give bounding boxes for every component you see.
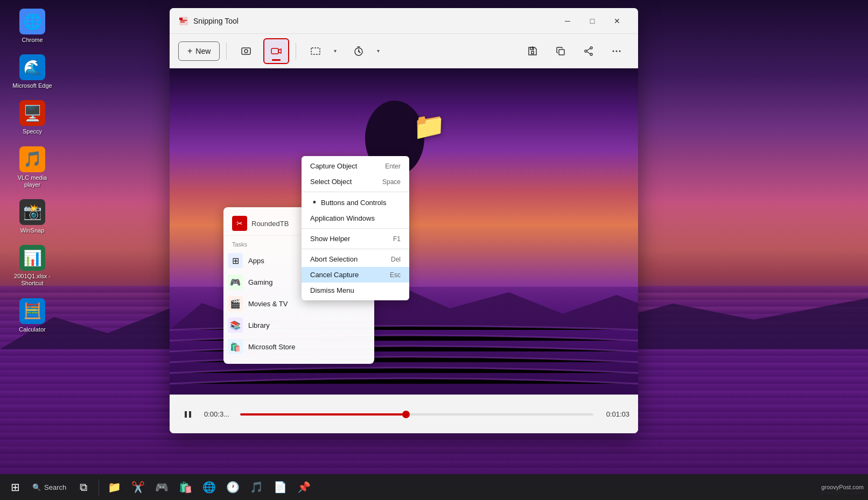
ctx-select-object[interactable]: Select Object Space [302, 174, 409, 189]
desktop-icon-edge[interactable]: 🌊 Microsoft Edge [8, 51, 57, 93]
progress-fill [240, 413, 406, 416]
timer-dropdown-arrow[interactable]: ▾ [372, 38, 384, 64]
plus-icon: + [187, 46, 192, 56]
maximize-button[interactable]: □ [580, 12, 605, 30]
more-options-button[interactable] [604, 38, 629, 64]
winsnap-icon: 📸 [19, 199, 45, 225]
desktop-icon-chrome[interactable]: 🌐 Chrome [8, 5, 57, 47]
search-button[interactable]: 🔍 Search [28, 476, 71, 498]
time-total: 0:01:03 [600, 410, 629, 418]
taskbar-edge-icon[interactable]: 🌐 [198, 476, 220, 498]
svg-point-14 [590, 53, 592, 55]
svg-point-15 [585, 50, 587, 52]
ctx-sep-1 [302, 192, 409, 192]
desktop-icon-speccy[interactable]: 🖥️ Speccy [8, 97, 57, 138]
library-label: Library [248, 321, 270, 329]
video-mode-button[interactable] [263, 38, 289, 64]
save-button[interactable] [520, 38, 545, 64]
svg-rect-12 [559, 50, 564, 55]
progress-thumb[interactable] [402, 411, 410, 418]
new-label: New [195, 47, 211, 55]
ctx-select-shortcut: Space [382, 178, 401, 186]
taskbar-spotify-icon[interactable]: 🎵 [246, 476, 267, 498]
calculator-label: Calculator [19, 326, 46, 333]
window-titlebar: Snipping Tool ─ □ ✕ [170, 8, 638, 34]
ctx-abort-selection[interactable]: Abort Selection Del [302, 251, 409, 267]
ctx-app-windows[interactable]: Application Windows [302, 210, 409, 226]
movies-icon: 🎬 [228, 296, 243, 311]
svg-rect-22 [185, 411, 187, 418]
svg-point-17 [616, 50, 618, 52]
video-active-indicator [272, 59, 281, 61]
shape-dropdown-arrow[interactable]: ▾ [328, 38, 341, 64]
ctx-show-helper[interactable]: Show Helper F1 [302, 231, 409, 247]
ctx-select-label: Select Object [310, 178, 352, 186]
speccy-icon: 🖥️ [19, 100, 45, 126]
desktop-icon-calculator[interactable]: 🧮 Calculator [8, 295, 57, 336]
svg-rect-9 [311, 48, 320, 54]
new-capture-button[interactable]: + New [178, 41, 220, 61]
minimize-button[interactable]: ─ [555, 12, 580, 30]
taskbar-word-icon[interactable]: 📄 [269, 476, 291, 498]
window-content-area: 📁 Capture Object Enter Select Object Spa… [170, 68, 638, 395]
pause-button[interactable] [178, 405, 198, 424]
taskbar-clock-icon[interactable]: 🕐 [222, 476, 243, 498]
apps-label: Apps [248, 257, 264, 265]
video-controls-bar: 0:00:3... 0:01:03 [170, 395, 638, 433]
window-title: Snipping Tool [193, 17, 551, 25]
timer-selector[interactable]: ▾ [346, 38, 384, 64]
copy-button[interactable] [548, 38, 573, 64]
svg-rect-6 [242, 48, 250, 54]
library-item[interactable]: 📚 Library [223, 314, 374, 336]
svg-point-13 [590, 47, 592, 49]
chrome-icon: 🌐 [19, 9, 45, 34]
vlc-icon: 🎵 [19, 146, 45, 172]
taskbar-right-area: groovyPost.com [821, 484, 864, 490]
desktop-icon-winsnap[interactable]: 📸 WinSnap [8, 196, 57, 237]
task-view-button[interactable]: ⧉ [73, 476, 94, 498]
svg-rect-23 [189, 411, 191, 418]
snipping-tool-window: Snipping Tool ─ □ ✕ + New [170, 8, 638, 433]
recents-label: RoundedTB [251, 220, 289, 228]
search-icon: 🔍 [32, 483, 41, 491]
taskbar-pin-icon[interactable]: 📌 [293, 476, 314, 498]
snipping-tool-icon [178, 16, 189, 26]
progress-bar[interactable] [240, 413, 593, 416]
taskbar-snipping-icon[interactable]: ✂️ [127, 476, 149, 498]
winsnap-label: WinSnap [20, 227, 45, 234]
ctx-appwin-label: Application Windows [310, 214, 375, 222]
ctx-capture-object[interactable]: Capture Object Enter [302, 158, 409, 174]
svg-rect-8 [271, 48, 278, 54]
screenshot-mode-button[interactable] [233, 38, 259, 64]
taskbar-files-icon[interactable]: 📁 [103, 476, 125, 498]
watermark-taskbar: groovyPost.com [821, 484, 864, 490]
gaming-icon: 🎮 [228, 274, 243, 290]
svg-rect-3 [180, 20, 187, 21]
timer-button[interactable] [346, 38, 372, 64]
ctx-cancel-capture[interactable]: Cancel Capture Esc [302, 267, 409, 283]
ctx-dismiss-label: Dismiss Menu [310, 286, 354, 294]
ctx-abort-shortcut: Del [391, 256, 401, 263]
start-button[interactable]: ⊞ [4, 476, 26, 498]
svg-point-7 [244, 50, 248, 53]
taskbar-store-icon[interactable]: 🛍️ [174, 476, 196, 498]
edge-icon: 🌊 [19, 54, 45, 80]
ctx-sep-3 [302, 249, 409, 249]
desktop-icon-excel[interactable]: 📊 2001Q1.xlsx - Shortcut [8, 242, 57, 290]
share-button[interactable] [576, 38, 601, 64]
ctx-bullet-icon: • [310, 198, 319, 207]
msstore-item[interactable]: 🛍️ Microsoft Store [223, 336, 374, 357]
shape-selector[interactable]: ▾ [303, 38, 341, 64]
library-icon: 📚 [228, 318, 243, 333]
window-toolbar: + New [170, 34, 638, 68]
svg-rect-11 [530, 47, 534, 50]
taskbar-games-icon[interactable]: 🎮 [151, 476, 172, 498]
ctx-dismiss-menu[interactable]: Dismiss Menu [302, 283, 409, 298]
rectangle-snip-button[interactable] [303, 38, 328, 64]
ctx-buttons-controls[interactable]: • Buttons and Controls [302, 194, 409, 210]
msstore-icon: 🛍️ [228, 339, 243, 354]
calculator-icon: 🧮 [19, 298, 45, 324]
movies-label: Movies & TV [248, 300, 288, 308]
desktop-icon-vlc[interactable]: 🎵 VLC media player [8, 143, 57, 192]
close-button[interactable]: ✕ [605, 12, 629, 30]
